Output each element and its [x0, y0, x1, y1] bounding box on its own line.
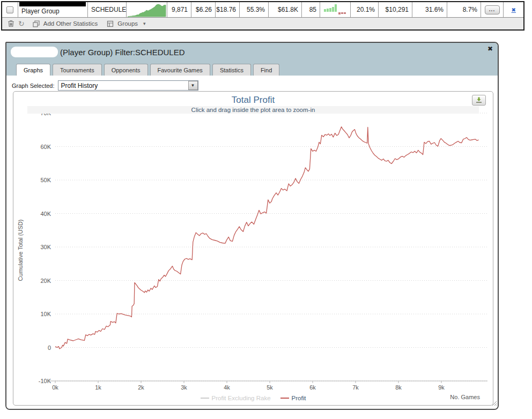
stat-value-filter: SCHEDULED [91, 6, 127, 13]
tab-favourite-games[interactable]: Favourite Games [150, 64, 210, 76]
stat-value-games-count: 9,871 [172, 6, 188, 13]
finish-distribution-chart [320, 3, 350, 17]
y-axis-title: Cumulative Total (USD) [17, 213, 24, 288]
stat-cell-total-buyin: $10,291 [379, 2, 412, 17]
stat-cell-total-profit: $61.8K [269, 2, 302, 17]
export-chart-button[interactable] [472, 95, 486, 106]
svg-text:50K: 50K [40, 177, 51, 183]
tab-opponents[interactable]: Opponents [104, 64, 148, 76]
player-group-popup: (Player Group) Filter:SCHEDULED ✖ Graphs… [5, 42, 499, 410]
stat-value-avg-profit: $18.76 [216, 6, 236, 13]
stat-cell-ability: 85 [302, 2, 320, 17]
stat-value-ability: 85 [309, 6, 316, 13]
more-stats-button[interactable]: ... [485, 5, 500, 14]
legend-item-profit[interactable]: Profit [280, 395, 306, 401]
stat-cell-player-group: Player Group [18, 2, 88, 17]
groups-icon [107, 20, 114, 27]
stat-cell-avg-profit: $18.76 [216, 2, 240, 17]
legend-swatch-red [280, 398, 289, 399]
window-content: Graph Selected: Profit History ▼ 70K60K5… [6, 76, 498, 409]
stat-cell-remove-row[interactable]: ✖ [504, 2, 523, 17]
graph-selector-row: Graph Selected: Profit History ▼ [12, 80, 198, 91]
stat-value-roi-mid: 31.6% [425, 6, 444, 13]
svg-text:8k: 8k [395, 384, 402, 391]
legend-item-profit-excluding-rake[interactable]: Profit Excluding Rake [201, 395, 271, 401]
svg-text:1k: 1k [95, 384, 101, 391]
redacted-player-name [11, 47, 58, 57]
svg-text:0: 0 [48, 345, 51, 351]
chart-title: Total Profit [13, 95, 493, 106]
svg-text:6k: 6k [309, 384, 316, 391]
add-other-statistics-button[interactable]: Add Other Statistics [43, 20, 98, 27]
x-axis-title: No. Games [450, 394, 480, 400]
svg-text:2k: 2k [138, 384, 144, 391]
redacted-name-bar [19, 2, 86, 6]
stat-cell-finish-distribution [320, 2, 351, 17]
stat-cell-more-stats[interactable]: ... [481, 2, 504, 17]
stats-row: Player GroupSCHEDULED9,871$6.26$18.7655.… [2, 2, 523, 17]
stats-toolbar: ↻ Add Other Statistics Groups ▾ [2, 17, 523, 29]
player-group-label: Player Group [21, 8, 60, 15]
tab-find[interactable]: Find [253, 64, 279, 76]
stat-value-roi-early: 20.1% [357, 6, 375, 13]
svg-text:3k: 3k [181, 384, 187, 391]
chart-legend: Profit Excluding Rake Profit [13, 395, 493, 401]
svg-text:9k: 9k [438, 384, 445, 391]
svg-text:60K: 60K [40, 144, 51, 150]
tab-graphs[interactable]: Graphs [16, 64, 50, 76]
window-close-icon[interactable]: ✖ [487, 45, 493, 53]
row-checkbox[interactable] [6, 6, 13, 13]
add-statistics-icon [33, 20, 40, 27]
svg-text:5k: 5k [267, 384, 273, 391]
chart-subtitle: Click and drag inside the plot area to z… [27, 106, 479, 114]
svg-text:30K: 30K [40, 244, 51, 250]
svg-text:7k: 7k [352, 384, 359, 391]
chart-plot-area[interactable]: 70K60K50K40K30K20K10K0-10K0k1k2k3k4k5k6k… [13, 92, 493, 405]
groups-button[interactable]: Groups [117, 20, 138, 27]
profit-sparkline-chart [127, 3, 167, 17]
svg-text:0k: 0k [52, 384, 58, 391]
tab-tournaments[interactable]: Tournaments [53, 64, 102, 76]
stat-cell-roi-early: 20.1% [351, 2, 379, 17]
stat-value-total-buyin: $10,291 [386, 6, 409, 13]
stat-value-avg-stake: $6.26 [196, 6, 212, 13]
graph-select-dropdown[interactable]: Profit History ▼ [58, 80, 198, 91]
stat-cell-roi-mid: 31.6% [412, 2, 447, 17]
stat-value-itm-pct: 55.3% [247, 6, 265, 13]
groups-caret-icon: ▾ [143, 21, 146, 26]
stat-cell-profit-sparkline [127, 2, 167, 17]
svg-text:20K: 20K [40, 278, 51, 284]
window-title: (Player Group) Filter:SCHEDULED [60, 48, 185, 57]
window-header: (Player Group) Filter:SCHEDULED ✖ Graphs… [6, 43, 498, 76]
player-group-bar: Player GroupSCHEDULED9,871$6.26$18.7655.… [1, 1, 524, 31]
remove-row-link[interactable]: ✖ [512, 7, 516, 13]
tab-statistics[interactable]: Statistics [212, 64, 251, 76]
svg-text:40K: 40K [40, 211, 51, 217]
window-titlebar[interactable]: (Player Group) Filter:SCHEDULED ✖ [6, 43, 498, 62]
graph-select-value: Profit History [58, 82, 188, 89]
tab-strip: GraphsTournamentsOpponentsFavourite Game… [16, 64, 282, 76]
stat-cell-avg-stake: $6.26 [191, 2, 216, 17]
stat-cell-filter: SCHEDULED [88, 2, 127, 17]
stat-cell-itm-pct: 55.3% [240, 2, 269, 17]
stat-value-roi-late: 8.7% [463, 6, 477, 13]
trash-icon[interactable] [8, 20, 14, 27]
dropdown-arrow-icon[interactable]: ▼ [188, 81, 198, 90]
graph-selected-label: Graph Selected: [12, 83, 55, 89]
stat-cell-games-count: 9,871 [167, 2, 191, 17]
stat-cell-roi-late: 8.7% [447, 2, 481, 17]
refresh-icon[interactable]: ↻ [18, 19, 25, 28]
stat-value-total-profit: $61.8K [278, 6, 298, 13]
stat-cell-row-select[interactable] [2, 2, 18, 17]
resize-grip[interactable] [491, 399, 497, 408]
svg-text:4k: 4k [224, 384, 230, 391]
profit-chart: 70K60K50K40K30K20K10K0-10K0k1k2k3k4k5k6k… [13, 91, 493, 406]
download-icon [475, 97, 483, 103]
legend-swatch-gray [201, 398, 209, 399]
svg-text:10K: 10K [40, 311, 51, 317]
